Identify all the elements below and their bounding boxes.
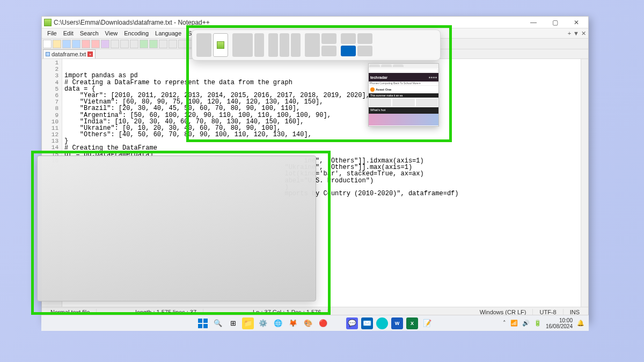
- status-doc-type: Normal text file: [44, 309, 97, 315]
- copy-button[interactable]: [120, 40, 129, 48]
- paste-button[interactable]: [130, 40, 138, 48]
- undo-button[interactable]: [140, 40, 148, 48]
- status-encoding: UTF-8: [533, 309, 563, 315]
- status-insert-mode: INS: [564, 309, 586, 315]
- preview-site-logo: techradar: [370, 76, 387, 79]
- menu-plus-icon[interactable]: +: [568, 30, 571, 37]
- window-preview-thumbnail[interactable]: techradar Phones Computing Back To Schoo…: [368, 63, 439, 127]
- editor-scrollbar[interactable]: [581, 59, 588, 307]
- new-file-button[interactable]: [43, 40, 52, 48]
- preview-article-grid: [369, 98, 438, 107]
- search-button[interactable]: 🔍: [212, 317, 224, 329]
- canva-button[interactable]: [376, 317, 388, 329]
- time-text: 10:00: [546, 317, 573, 323]
- close-all-button[interactable]: [91, 40, 100, 48]
- snap-drop-zone-overlay[interactable]: [37, 156, 316, 301]
- preview-browser-tabs: [369, 64, 438, 68]
- close-button[interactable]: ✕: [566, 17, 587, 28]
- menu-language[interactable]: Language: [152, 30, 185, 36]
- preview-whats-hot: What's hot: [369, 107, 438, 114]
- opera-button[interactable]: 🔴: [317, 317, 329, 329]
- firefox-button[interactable]: 🦊: [287, 317, 299, 329]
- preview-hero-image: [369, 114, 438, 125]
- snap-layout-wide-narrow[interactable]: [232, 33, 264, 57]
- snap-layout-half-stack[interactable]: [305, 33, 336, 57]
- volume-icon[interactable]: 🔊: [522, 320, 530, 327]
- menu-encoding[interactable]: Encoding: [121, 30, 152, 36]
- menu-edit[interactable]: Edit: [60, 30, 77, 36]
- preview-site-nav: Phones Computing Back To School More ▾: [369, 82, 438, 86]
- preview-site-header: techradar: [369, 73, 438, 82]
- replace-button[interactable]: [169, 40, 177, 48]
- tab-filename: dataframe.txt: [52, 51, 86, 57]
- maximize-button[interactable]: ▢: [544, 17, 566, 28]
- date-text: 16/08/2024: [546, 323, 573, 329]
- title-bar[interactable]: C:\Users\Emma\Downloads\dataframe.txt - …: [42, 17, 588, 28]
- windows-logo-icon: [198, 319, 208, 328]
- settings-button[interactable]: ⚙️: [257, 317, 269, 329]
- app-mini-icon: [217, 41, 224, 49]
- edge-button[interactable]: 🌐: [272, 317, 284, 329]
- app-icon: [44, 19, 52, 26]
- preview-ad-banner: Avast One: [369, 86, 438, 93]
- task-view-button[interactable]: ⊞: [227, 317, 239, 329]
- wifi-icon[interactable]: 📶: [510, 320, 518, 327]
- notifications-icon[interactable]: 🔔: [577, 320, 584, 327]
- snap-zone-active-app[interactable]: [213, 33, 228, 57]
- snap-layout-half-half[interactable]: [196, 33, 228, 57]
- close-file-button[interactable]: [82, 40, 90, 48]
- tab-close-icon[interactable]: ×: [87, 51, 93, 57]
- menu-view[interactable]: View: [102, 30, 121, 36]
- snap-layouts-flyout: [192, 29, 441, 61]
- word-button[interactable]: W: [391, 317, 403, 329]
- snap-layout-thirds[interactable]: [268, 33, 301, 57]
- clock[interactable]: 10:00 16/08/2024: [546, 317, 573, 329]
- system-tray: ˄ 📶 🔊 🔋 10:00 16/08/2024 🔔: [503, 317, 589, 329]
- tray-chevron-icon[interactable]: ˄: [503, 320, 506, 327]
- menu-file[interactable]: File: [44, 30, 60, 36]
- file-explorer-button[interactable]: 📁: [242, 317, 254, 329]
- cut-button[interactable]: [111, 40, 119, 48]
- save-button[interactable]: [62, 40, 71, 48]
- save-all-button[interactable]: [72, 40, 80, 48]
- menu-search[interactable]: Search: [77, 30, 102, 36]
- status-eol: Windows (CR LF): [473, 309, 533, 315]
- window-title: C:\Users\Emma\Downloads\dataframe.txt - …: [54, 19, 523, 26]
- status-position: Ln : 37 Col : 1 Pos : 1,576: [246, 309, 328, 315]
- outlook-button[interactable]: ✉️: [361, 317, 373, 329]
- minimize-button[interactable]: —: [523, 17, 544, 28]
- print-button[interactable]: [101, 40, 109, 48]
- snap-layout-quarters[interactable]: [341, 33, 372, 57]
- windows-taskbar: 🔍 ⊞ 📁 ⚙️ 🌐 🦊 🎨 🔴 💬 ✉️ W X 📝 ˄ 📶 🔊 🔋 10:0…: [41, 315, 589, 331]
- find-button[interactable]: [159, 40, 167, 48]
- discord-button[interactable]: 💬: [346, 317, 358, 329]
- notepad-plus-plus-button[interactable]: 📝: [421, 317, 433, 329]
- snap-zone-selected[interactable]: [341, 46, 356, 56]
- preview-promo-strip: This summer make it an ea: [369, 93, 438, 98]
- open-file-button[interactable]: [53, 40, 61, 48]
- battery-icon[interactable]: 🔋: [534, 320, 541, 327]
- zoom-in-button[interactable]: [178, 40, 187, 48]
- start-button[interactable]: [197, 317, 209, 329]
- avast-icon: [370, 87, 375, 92]
- chrome-button[interactable]: 🎨: [302, 317, 314, 329]
- file-status-icon: [46, 52, 50, 56]
- menu-dropdown-icon[interactable]: ▼: [573, 30, 579, 37]
- taskbar-center-apps: 🔍 ⊞ 📁 ⚙️ 🌐 🦊 🎨 🔴 💬 ✉️ W X 📝: [197, 317, 433, 329]
- document-tab[interactable]: dataframe.txt ×: [43, 49, 96, 58]
- redo-button[interactable]: [149, 40, 158, 48]
- menu-close-icon[interactable]: ✕: [581, 30, 586, 37]
- status-length: length : 1,575 lines : 37: [129, 309, 203, 315]
- preview-url-bar: [369, 69, 438, 72]
- excel-button[interactable]: X: [406, 317, 418, 329]
